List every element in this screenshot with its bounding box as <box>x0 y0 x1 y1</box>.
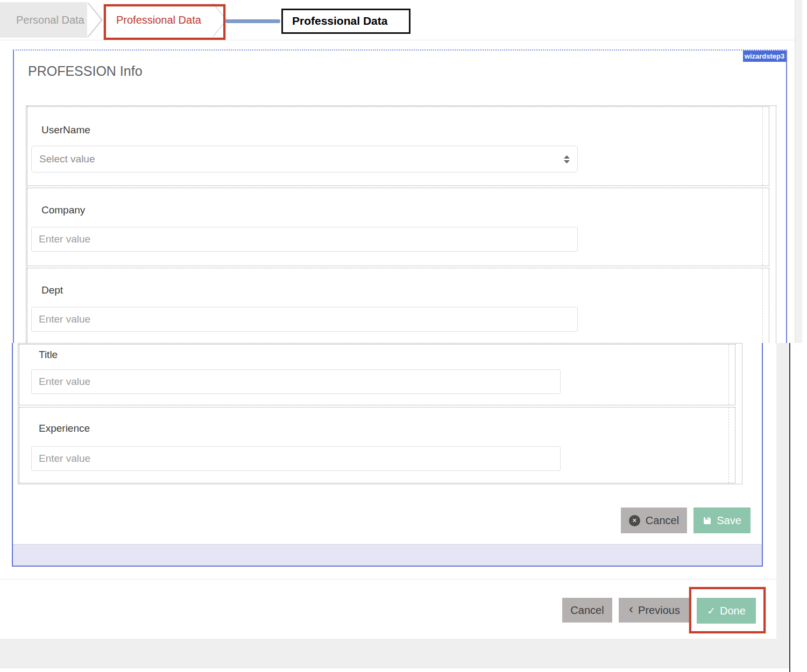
cancel-circle-icon: ✕ <box>629 515 640 526</box>
field-title: Title <box>19 344 735 405</box>
field-experience: Experience <box>19 407 735 483</box>
wizard-previous-label: Previous <box>638 604 680 617</box>
username-label: UserName <box>41 124 90 136</box>
company-input[interactable] <box>31 227 578 252</box>
annotation-connector-line <box>225 19 280 23</box>
annotation-box-professional-tab <box>104 4 225 40</box>
field-dept: Dept <box>27 268 769 343</box>
panel-footer-strip <box>13 544 762 566</box>
experience-input[interactable] <box>31 446 561 471</box>
select-arrows-icon <box>564 155 570 163</box>
page-right-strip <box>795 0 802 343</box>
dept-label: Dept <box>41 284 63 296</box>
tab-chevron-icon <box>87 3 103 37</box>
wizard-step-panel-top: wizardstep3 PROFESSION Info UserName Sel… <box>13 49 787 343</box>
previous-chevron-icon: ‹ <box>629 602 633 617</box>
form-save-button[interactable]: Save <box>693 507 751 533</box>
annotation-box-done <box>689 587 766 633</box>
username-select-value: Select value <box>39 153 95 165</box>
save-floppy-icon <box>703 516 712 525</box>
field-company: Company <box>27 188 769 266</box>
wizard-cancel-label: Cancel <box>570 604 604 617</box>
title-input[interactable] <box>31 369 561 394</box>
title-label: Title <box>39 349 58 361</box>
field-username: UserName Select value <box>27 106 769 186</box>
dept-input[interactable] <box>31 307 578 332</box>
form-cancel-label: Cancel <box>646 514 679 527</box>
username-select[interactable]: Select value <box>31 146 578 173</box>
form-cancel-button[interactable]: ✕ Cancel <box>621 507 687 533</box>
tabbar-divider <box>0 40 802 40</box>
form-save-label: Save <box>717 514 741 527</box>
wizard-cancel-button[interactable]: Cancel <box>562 598 612 623</box>
fields-container-top: UserName Select value Company Dept <box>26 105 776 343</box>
wizardstep-badge: wizardstep3 <box>743 51 786 62</box>
wizard-previous-button[interactable]: ‹ Previous <box>619 598 690 623</box>
company-label: Company <box>41 204 85 216</box>
page: Personal Data Professional Data Professi… <box>0 0 807 672</box>
experience-label: Experience <box>39 423 90 434</box>
bottom-screenshot-gutter <box>776 343 789 668</box>
footer-divider <box>0 579 776 580</box>
fields-container-bottom: Title Experience <box>18 343 742 484</box>
bottom-screenshot-edge <box>789 343 790 672</box>
page-bottom-strip <box>0 639 789 668</box>
annotation-callout-label: Professional Data <box>281 9 410 34</box>
wizard-step-panel-bottom: Title Experience ✕ Cancel Save <box>12 343 763 567</box>
section-heading: PROFESSION Info <box>28 63 143 79</box>
tab-personal-data[interactable]: Personal Data <box>16 14 84 26</box>
